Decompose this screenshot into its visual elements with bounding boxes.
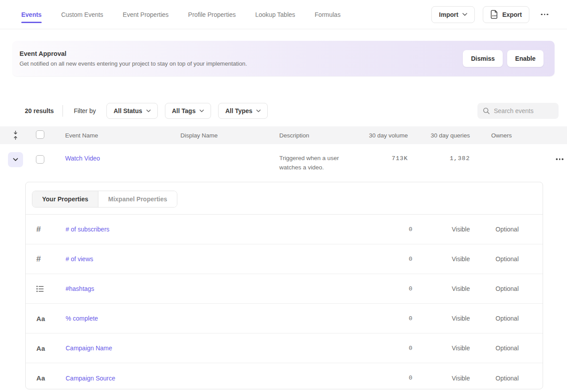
chevron-down-icon: [13, 158, 18, 161]
status-filter-label: All Status: [113, 107, 142, 114]
property-name-link[interactable]: % complete: [66, 315, 372, 322]
property-requirement: Optional: [470, 345, 519, 352]
list-type-icon: [26, 286, 66, 292]
property-queries: 0: [372, 345, 412, 352]
property-requirement: Optional: [470, 226, 519, 233]
tab-formulas[interactable]: Formulas: [315, 0, 340, 29]
property-name-link[interactable]: Campaign Source: [66, 375, 372, 382]
number-type-icon: #: [26, 225, 66, 234]
column-header-event-name[interactable]: Event Name: [58, 132, 173, 139]
tags-filter-label: All Tags: [172, 107, 196, 114]
properties-segmented-control: Your Properties Mixpanel Properties: [32, 191, 177, 208]
import-button-label: Import: [439, 11, 458, 18]
property-row: # # of subscribers 0 Visible Optional: [26, 215, 543, 244]
tags-filter-dropdown[interactable]: All Tags: [165, 103, 211, 119]
export-button[interactable]: csv Export: [483, 6, 529, 23]
property-name-link[interactable]: #hashtags: [66, 285, 372, 292]
banner-title: Event Approval: [20, 50, 247, 57]
property-requirement: Optional: [470, 285, 519, 292]
tab-lookup-tables[interactable]: Lookup Tables: [255, 0, 295, 29]
event-properties-panel: Your Properties Mixpanel Properties # # …: [25, 182, 543, 389]
text-type-icon: Aa: [26, 345, 66, 352]
property-requirement: Optional: [470, 255, 519, 263]
event-queries: 1,382: [408, 151, 470, 162]
property-visibility: Visible: [412, 345, 470, 352]
divider: [63, 105, 63, 117]
row-expand-button[interactable]: [8, 152, 23, 167]
column-header-queries[interactable]: 30 day queries: [408, 132, 470, 139]
search-input[interactable]: [494, 107, 553, 114]
more-options-icon[interactable]: [539, 11, 550, 18]
properties-tab-bar: Your Properties Mixpanel Properties: [26, 182, 543, 215]
table-row: Watch Video Triggered when a user watche…: [0, 144, 567, 182]
property-queries: 0: [372, 315, 412, 322]
search-box[interactable]: [477, 103, 559, 119]
property-queries: 0: [372, 256, 412, 263]
property-name-link[interactable]: Campaign Name: [66, 345, 372, 352]
dismiss-button[interactable]: Dismiss: [463, 50, 503, 67]
property-requirement: Optional: [470, 375, 519, 382]
chevron-down-icon: [462, 13, 467, 16]
svg-text:csv: csv: [492, 14, 497, 17]
property-queries: 0: [372, 286, 412, 292]
banner-text: Event Approval Get notified on all new e…: [20, 50, 247, 67]
select-all-checkbox[interactable]: [36, 130, 44, 139]
property-row: Aa Campaign Name 0 Visible Optional: [26, 333, 543, 363]
property-requirement: Optional: [470, 315, 519, 322]
event-volume: 713K: [356, 151, 408, 162]
import-button[interactable]: Import: [431, 6, 475, 23]
row-checkbox[interactable]: [36, 155, 44, 164]
types-filter-dropdown[interactable]: All Types: [218, 103, 268, 119]
column-header-description[interactable]: Description: [272, 132, 356, 139]
table-header: Event Name Display Name Description 30 d…: [0, 126, 567, 144]
event-description: Triggered when a user watches a video.: [272, 151, 356, 172]
property-queries: 0: [372, 375, 412, 381]
nav-actions: Import csv Export: [431, 6, 550, 23]
property-row: # # of views 0 Visible Optional: [26, 244, 543, 274]
chevron-down-icon: [199, 110, 204, 112]
nav-tab-list: Events Custom Events Event Properties Pr…: [21, 0, 340, 29]
types-filter-label: All Types: [225, 107, 252, 114]
filter-by-label: Filter by: [74, 107, 96, 114]
banner-description: Get notified on all new events entering …: [20, 60, 247, 67]
property-queries: 0: [372, 226, 412, 233]
number-type-icon: #: [26, 255, 66, 264]
property-visibility: Visible: [412, 255, 470, 263]
property-row: Aa % complete 0 Visible Optional: [26, 304, 543, 333]
property-name-link[interactable]: # of subscribers: [66, 226, 372, 233]
tab-mixpanel-properties[interactable]: Mixpanel Properties: [98, 191, 177, 207]
column-header-volume[interactable]: 30 day volume: [356, 132, 408, 139]
property-visibility: Visible: [412, 226, 470, 233]
tab-profile-properties[interactable]: Profile Properties: [188, 0, 235, 29]
chevron-down-icon: [146, 110, 151, 112]
event-approval-banner: Event Approval Get notified on all new e…: [12, 41, 555, 76]
banner-actions: Dismiss Enable: [463, 50, 544, 67]
results-count: 20 results: [25, 107, 54, 114]
property-visibility: Visible: [412, 375, 470, 382]
text-type-icon: Aa: [26, 374, 66, 382]
property-row: #hashtags 0 Visible Optional: [26, 274, 543, 304]
status-filter-dropdown[interactable]: All Status: [106, 103, 158, 119]
row-more-options-icon[interactable]: [554, 156, 565, 163]
event-name-link[interactable]: Watch Video: [58, 151, 173, 162]
filter-bar: 20 results Filter by All Status All Tags…: [0, 103, 567, 119]
property-row: Aa Campaign Source 0 Visible Optional: [26, 363, 543, 389]
collapse-all-icon[interactable]: [0, 130, 31, 140]
tab-your-properties[interactable]: Your Properties: [32, 191, 98, 207]
enable-button[interactable]: Enable: [507, 50, 544, 67]
top-navigation: Events Custom Events Event Properties Pr…: [0, 0, 567, 29]
property-name-link[interactable]: # of views: [66, 255, 372, 263]
column-header-owners[interactable]: Owners: [470, 132, 536, 139]
text-type-icon: Aa: [26, 315, 66, 322]
export-button-label: Export: [502, 11, 522, 18]
tab-event-properties[interactable]: Event Properties: [123, 0, 169, 29]
tab-events[interactable]: Events: [21, 0, 42, 29]
column-header-display-name[interactable]: Display Name: [173, 132, 272, 139]
property-visibility: Visible: [412, 315, 470, 322]
tab-custom-events[interactable]: Custom Events: [61, 0, 103, 29]
search-icon: [483, 107, 490, 114]
csv-file-icon: csv: [490, 10, 498, 19]
property-visibility: Visible: [412, 285, 470, 292]
chevron-down-icon: [256, 110, 261, 112]
